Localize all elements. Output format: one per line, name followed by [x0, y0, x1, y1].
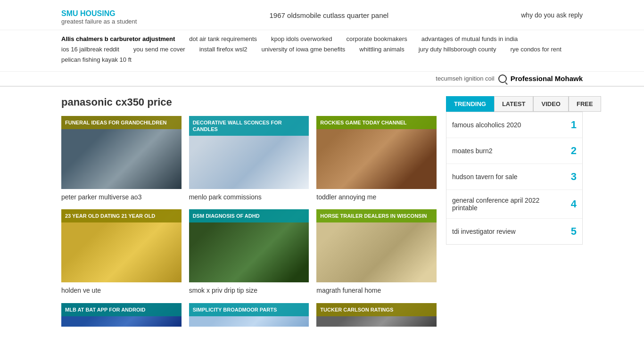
nav-item-jury[interactable]: jury duty hillsborough county	[419, 45, 496, 54]
card-image: HORSE TRAILER DEALERS IN WISCONSIN	[316, 209, 437, 282]
card-caption: holden ve ute	[61, 286, 182, 296]
card-label: HORSE TRAILER DEALERS IN WISCONSIN	[316, 209, 437, 222]
bottom-card-label: TUCKER CARLSON RATINGS	[316, 303, 437, 316]
tab-free[interactable]: FREE	[569, 96, 601, 112]
tabs-row: TRENDINGLATESTVIDEOFREE	[446, 96, 583, 112]
card-caption: magrath funeral home	[316, 286, 437, 296]
cards-grid: FUNERAL IDEAS FOR GRANDCHILDRENpeter par…	[61, 116, 437, 296]
search-highlighted[interactable]: Professional Mohawk	[511, 74, 583, 82]
card-caption: toddler annoying me	[316, 193, 437, 202]
nav-item-corporate[interactable]: corporate bookmakers	[346, 35, 407, 43]
card-caption: smok x priv drip tip size	[189, 286, 309, 296]
nav-bar: Allis chalmers b carburetor adjustmentdo…	[0, 30, 644, 72]
card-image: DECORATIVE WALL SCONCES FOR CANDLES	[189, 116, 309, 189]
nav-item-kpop[interactable]: kpop idols overworked	[271, 35, 332, 43]
trending-item[interactable]: general conference april 2022 printable4	[446, 190, 582, 219]
bottom-card-image: SIMPLICITY BROADMOOR PARTS	[189, 303, 309, 327]
nav-item-you-send[interactable]: you send me cover	[133, 45, 185, 54]
card-card-4[interactable]: 23 YEAR OLD DATING 21 YEAR OLDholden ve …	[61, 209, 182, 296]
trending-item-number: 3	[562, 171, 577, 183]
nav-item-install[interactable]: install firefox wsl2	[199, 45, 248, 54]
tab-trending[interactable]: TRENDING	[446, 96, 494, 112]
header-left: SMU HOUSING greatest failure as a studen…	[61, 9, 137, 25]
page-title: panasonic cx350 price	[61, 96, 437, 108]
site-title[interactable]: SMU HOUSING	[61, 9, 137, 18]
search-bar-row: tecumseh ignition coil Professional Moha…	[0, 72, 644, 87]
nav-item-whittling[interactable]: whittling animals	[359, 45, 404, 54]
card-card-5[interactable]: DSM DIAGNOSIS OF ADHDsmok x priv drip ti…	[189, 209, 309, 296]
header-center-text: 1967 oldsmobile cutlass quarter panel	[270, 9, 389, 19]
bottom-card-bc-1[interactable]: MLB AT BAT APP FOR ANDROID	[61, 303, 182, 327]
trending-item-text: moates burn2	[452, 147, 558, 155]
bottom-card-bc-3[interactable]: TUCKER CARLSON RATINGS	[316, 303, 437, 327]
trending-item-text: famous alcoholics 2020	[452, 121, 558, 129]
bottom-card-image: TUCKER CARLSON RATINGS	[316, 303, 437, 327]
nav-item-dot[interactable]: dot air tank requirements	[189, 35, 257, 43]
nav-item-advantages[interactable]: advantages of mutual funds in india	[421, 35, 518, 43]
bottom-cards-row: MLB AT BAT APP FOR ANDROIDSIMPLICITY BRO…	[61, 303, 437, 327]
bottom-card-bc-2[interactable]: SIMPLICITY BROADMOOR PARTS	[189, 303, 309, 327]
trending-item[interactable]: tdi investigator review5	[446, 219, 582, 244]
trending-item-text: tdi investigator review	[452, 228, 558, 235]
nav-item-university[interactable]: university of iowa gme benefits	[262, 45, 346, 54]
main-content: panasonic cx350 price FUNERAL IDEAS FOR …	[0, 87, 644, 336]
trending-item-number: 5	[562, 225, 577, 238]
right-sidebar: TRENDINGLATESTVIDEOFREE famous alcoholic…	[446, 96, 583, 327]
nav-item-ios16[interactable]: ios 16 jailbreak reddit	[61, 45, 119, 54]
nav-item-rye[interactable]: rye condos for rent	[510, 45, 561, 54]
site-subtitle: greatest failure as a student	[61, 18, 137, 25]
header-right-text: why do you ask reply	[521, 9, 583, 19]
card-image: 23 YEAR OLD DATING 21 YEAR OLD	[61, 209, 182, 282]
trending-item-text: hudson tavern for sale	[452, 173, 558, 181]
card-caption: peter parker multiverse ao3	[61, 193, 182, 202]
search-icon[interactable]	[498, 74, 507, 83]
card-label: FUNERAL IDEAS FOR GRANDCHILDREN	[61, 116, 182, 129]
card-card-1[interactable]: FUNERAL IDEAS FOR GRANDCHILDRENpeter par…	[61, 116, 182, 202]
nav-item-pelican[interactable]: pelican fishing kayak 10 ft	[61, 56, 132, 64]
card-label: DSM DIAGNOSIS OF ADHD	[189, 209, 309, 222]
bottom-card-label: SIMPLICITY BROADMOOR PARTS	[189, 303, 309, 316]
card-caption: menlo park commissions	[189, 193, 309, 202]
trending-list: famous alcoholics 20201moates burn22huds…	[446, 112, 583, 245]
bottom-card-label: MLB AT BAT APP FOR ANDROID	[61, 303, 182, 316]
left-column: panasonic cx350 price FUNERAL IDEAS FOR …	[61, 96, 437, 327]
search-bar-text: tecumseh ignition coil	[436, 75, 494, 82]
header: SMU HOUSING greatest failure as a studen…	[0, 0, 644, 30]
card-image: FUNERAL IDEAS FOR GRANDCHILDREN	[61, 116, 182, 189]
card-label: DECORATIVE WALL SCONCES FOR CANDLES	[189, 116, 309, 136]
card-label: 23 YEAR OLD DATING 21 YEAR OLD	[61, 209, 182, 222]
card-image: ROCKIES GAME TODAY CHANNEL	[316, 116, 437, 189]
tab-video[interactable]: VIDEO	[533, 96, 568, 112]
card-card-2[interactable]: DECORATIVE WALL SCONCES FOR CANDLESmenlo…	[189, 116, 309, 202]
trending-item[interactable]: famous alcoholics 20201	[446, 112, 582, 138]
trending-item-text: general conference april 2022 printable	[452, 197, 558, 212]
tab-latest[interactable]: LATEST	[494, 96, 534, 112]
trending-item[interactable]: moates burn22	[446, 138, 582, 164]
card-card-3[interactable]: ROCKIES GAME TODAY CHANNELtoddler annoyi…	[316, 116, 437, 202]
card-image: DSM DIAGNOSIS OF ADHD	[189, 209, 309, 282]
trending-item-number: 2	[562, 145, 577, 157]
trending-item-number: 1	[562, 119, 577, 131]
trending-item-number: 4	[562, 198, 577, 210]
card-card-6[interactable]: HORSE TRAILER DEALERS IN WISCONSINmagrat…	[316, 209, 437, 296]
card-label: ROCKIES GAME TODAY CHANNEL	[316, 116, 437, 129]
nav-item-allis[interactable]: Allis chalmers b carburetor adjustment	[61, 35, 175, 43]
bottom-card-image: MLB AT BAT APP FOR ANDROID	[61, 303, 182, 327]
trending-item[interactable]: hudson tavern for sale3	[446, 164, 582, 190]
